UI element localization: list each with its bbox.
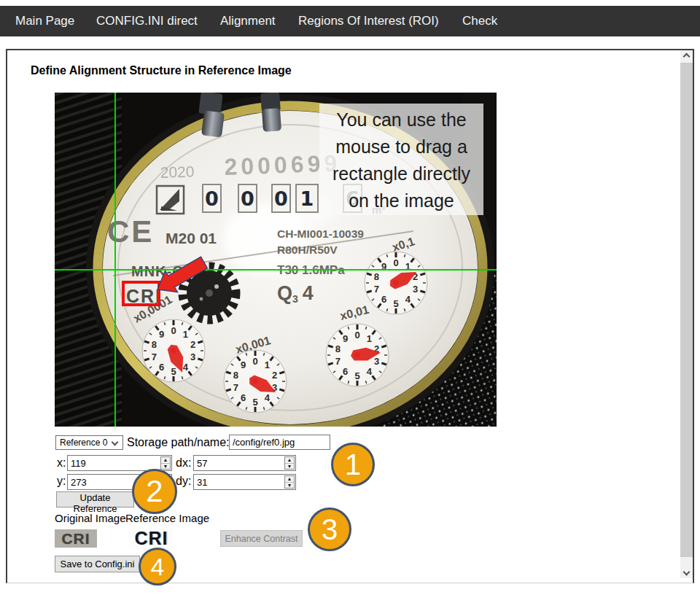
svg-text:3: 3 <box>190 351 195 362</box>
svg-text:2: 2 <box>272 370 277 381</box>
nav-item-config-ini[interactable]: CONFIG.INI direct <box>96 6 198 36</box>
odometer-digit: 1 <box>295 184 319 213</box>
x-spinner[interactable]: ▲▼ <box>160 456 171 470</box>
svg-text:9: 9 <box>343 333 348 344</box>
nav-item-roi[interactable]: Regions Of Interest (ROI) <box>298 6 439 36</box>
overlay-line: rectangle directly <box>319 160 483 187</box>
svg-text:0: 0 <box>354 330 359 341</box>
dx-label: dx: <box>176 456 191 470</box>
svg-text:7: 7 <box>233 382 238 393</box>
svg-text:2: 2 <box>190 339 195 350</box>
page-title: Define Alignment Structure in Reference … <box>31 64 292 77</box>
svg-text:8: 8 <box>335 343 341 354</box>
reference-image-thumbnail: CRI <box>129 528 174 549</box>
svg-text:7: 7 <box>335 356 341 367</box>
overlay-line: mouse to drag a <box>319 133 483 160</box>
step-badge-1: 1 <box>331 443 375 486</box>
svg-text:5: 5 <box>393 298 398 309</box>
svg-text:7: 7 <box>152 351 157 362</box>
svg-text:6: 6 <box>241 392 246 403</box>
svg-text:9: 9 <box>241 359 246 370</box>
x-label: x: <box>57 456 66 470</box>
odometer-digit: 0 <box>238 184 257 213</box>
svg-text:0: 0 <box>393 257 398 268</box>
step-badge-2: 2 <box>132 469 177 514</box>
chevron-down-icon <box>112 439 119 446</box>
svg-text:8: 8 <box>233 370 238 381</box>
original-image-label: Original Image <box>55 512 126 524</box>
chevron-up-icon <box>683 53 691 61</box>
dx-spinner[interactable]: ▲▼ <box>284 456 295 470</box>
spinner-up-icon[interactable]: ▲ <box>161 457 170 464</box>
dy-label: dy: <box>176 475 191 488</box>
svg-text:6: 6 <box>381 294 386 305</box>
enhance-contrast-button[interactable]: Enhance Contrast <box>220 530 303 547</box>
chevron-down-icon <box>683 569 691 576</box>
svg-text:8: 8 <box>374 271 379 282</box>
step-badge-3: 3 <box>308 508 351 551</box>
svg-text:4: 4 <box>265 392 271 403</box>
svg-text:1: 1 <box>183 329 188 340</box>
crosshair-vertical-line <box>114 93 116 427</box>
svg-text:6: 6 <box>159 362 164 373</box>
original-image-thumbnail: CRI <box>55 529 97 548</box>
dx-input[interactable] <box>193 455 296 471</box>
svg-text:5: 5 <box>354 370 359 381</box>
meter-model: CH-MI001-10039 <box>277 228 364 240</box>
save-to-config-button[interactable]: Save to Config.ini <box>55 556 140 572</box>
svg-text:7: 7 <box>374 284 379 295</box>
svg-text:6: 6 <box>343 366 348 377</box>
svg-text:4: 4 <box>183 362 189 373</box>
scrollbar-thumb[interactable] <box>680 63 693 557</box>
svg-text:4: 4 <box>405 294 411 305</box>
dy-spinner[interactable]: ▲▼ <box>284 475 295 489</box>
svg-text:9: 9 <box>159 329 164 340</box>
spinner-up-icon[interactable]: ▲ <box>285 476 294 483</box>
reference-image[interactable]: 2020 2000699 CE M20 01 CH-MI001-10039 R8… <box>55 93 497 427</box>
storage-path-label: Storage path/name: <box>127 436 230 449</box>
spinner-down-icon[interactable]: ▼ <box>161 464 170 470</box>
spinner-up-icon[interactable]: ▲ <box>285 457 294 464</box>
crosshair-horizontal-line <box>55 269 497 271</box>
svg-text:0: 0 <box>171 325 176 336</box>
update-reference-button[interactable]: Update Reference <box>56 491 134 508</box>
dx-field: ▲▼ <box>193 455 296 471</box>
svg-text:5: 5 <box>171 366 176 377</box>
dy-field: ▲▼ <box>193 474 296 490</box>
svg-text:3: 3 <box>374 356 379 367</box>
reference-select[interactable]: Reference 0 <box>55 435 123 450</box>
overlay-line: You can use the <box>319 106 483 133</box>
svg-text:1: 1 <box>265 359 270 370</box>
dy-input[interactable] <box>193 474 296 490</box>
nav-item-main-page[interactable]: Main Page <box>15 6 74 36</box>
svg-text:3: 3 <box>413 284 418 295</box>
scroll-up-button[interactable] <box>680 50 693 63</box>
svg-text:1: 1 <box>367 333 372 344</box>
svg-text:5: 5 <box>252 397 257 408</box>
svg-text:0: 0 <box>252 356 257 367</box>
meter-flow-class: R80H/R50V <box>277 244 338 256</box>
svg-text:4: 4 <box>367 366 373 377</box>
y-label: y: <box>57 475 66 488</box>
odometer-digit: 0 <box>202 184 222 213</box>
nav-item-check[interactable]: Check <box>462 6 497 36</box>
red-arrow-icon <box>149 254 211 297</box>
scroll-down-button[interactable] <box>680 566 693 578</box>
nav-item-alignment[interactable]: Alignment <box>220 6 276 36</box>
svg-text:8: 8 <box>152 339 157 350</box>
spinner-down-icon[interactable]: ▼ <box>285 483 294 489</box>
meter-year: 2020 <box>160 163 194 181</box>
meter-flag-icon <box>157 186 184 214</box>
step-badge-4: 4 <box>139 548 176 586</box>
reference-select-value: Reference 0 <box>60 438 107 448</box>
overlay-line: on the image <box>319 187 483 214</box>
spinner-down-icon[interactable]: ▼ <box>285 464 294 470</box>
top-nav-bar: Main Page CONFIG.INI direct Alignment Re… <box>0 6 700 36</box>
instruction-overlay: You can use the mouse to drag a rectangl… <box>319 104 483 215</box>
vertical-scrollbar[interactable] <box>680 50 693 578</box>
odometer-digit: 0 <box>271 184 291 213</box>
reference-image-label: Reference Image <box>125 512 209 524</box>
meter-approval: M20 01 <box>166 230 217 246</box>
storage-path-input[interactable] <box>229 435 330 450</box>
